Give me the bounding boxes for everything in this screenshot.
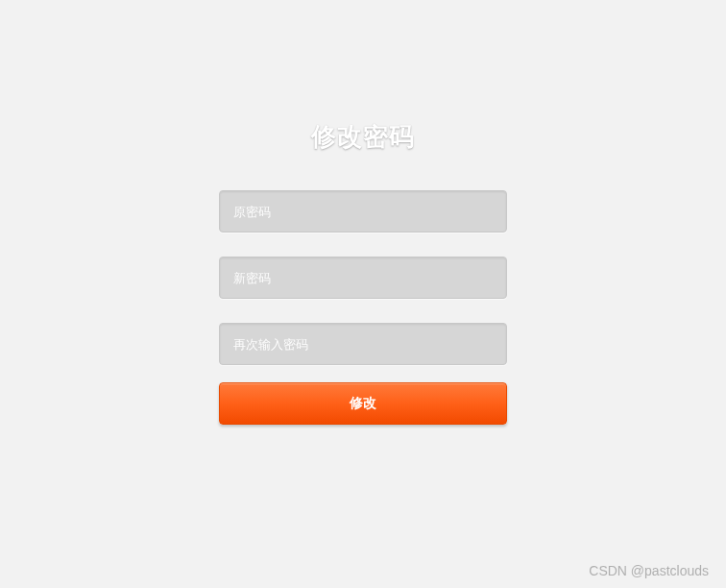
form-title: 修改密码 bbox=[219, 120, 507, 154]
watermark-text: CSDN @pastclouds bbox=[589, 563, 709, 578]
old-password-input[interactable] bbox=[219, 190, 507, 233]
change-password-form: 修改密码 修改 bbox=[219, 0, 507, 425]
confirm-password-input[interactable] bbox=[219, 323, 507, 365]
new-password-input[interactable] bbox=[219, 257, 507, 299]
submit-button[interactable]: 修改 bbox=[219, 382, 507, 425]
